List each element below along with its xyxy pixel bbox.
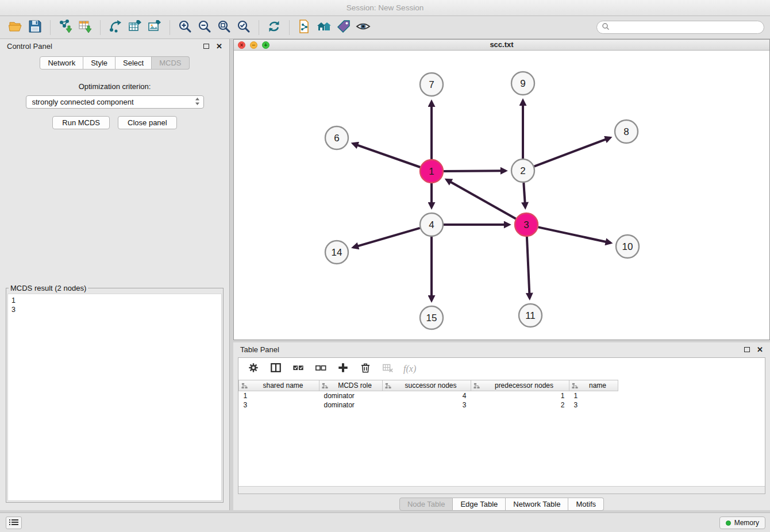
show-columns-button[interactable]	[269, 362, 283, 376]
network-graph[interactable]: 7968124314101511	[234, 51, 769, 340]
mcds-result-box: MCDS result (2 nodes) 13	[6, 284, 224, 503]
graph-edge-2-8[interactable]	[534, 138, 610, 167]
toolbar-separator	[170, 20, 170, 35]
table-delete-icon	[382, 362, 394, 376]
table-cell[interactable]: 4	[383, 391, 471, 400]
zoom-in-button[interactable]	[175, 18, 195, 37]
float-panel-icon[interactable]	[744, 347, 750, 352]
traffic-lights: × − +	[238, 41, 270, 49]
horizontal-scrollbar[interactable]	[238, 486, 765, 494]
refresh-arrows-icon	[267, 19, 282, 36]
export-table-button[interactable]	[125, 18, 145, 37]
float-panel-icon[interactable]	[203, 44, 209, 49]
mcds-result-list[interactable]: 13	[7, 294, 222, 501]
column-label: successor nodes	[383, 381, 471, 390]
function-builder-button[interactable]: f(x)	[403, 362, 416, 376]
minimize-window-icon[interactable]: −	[250, 41, 257, 49]
table-row[interactable]: 3dominator323	[239, 400, 618, 410]
show-details-button[interactable]	[353, 18, 373, 37]
search-input[interactable]	[610, 24, 759, 32]
style-button[interactable]	[334, 18, 353, 37]
criterion-dropdown[interactable]: strongly connected component	[26, 95, 204, 109]
node-table-container: f(x) shared nameMCDS rolesuccessor nodes…	[238, 357, 765, 494]
memory-button[interactable]: Memory	[719, 516, 765, 529]
column-header-predecessor-nodes[interactable]: predecessor nodes	[471, 380, 569, 391]
show-task-history-button[interactable]	[6, 516, 22, 529]
table-settings-button[interactable]	[247, 362, 260, 376]
import-table-button[interactable]	[75, 18, 95, 37]
graph-node-label: 3	[523, 219, 529, 230]
network-canvas[interactable]: 7968124314101511	[234, 51, 769, 340]
table-cell[interactable]: 2	[471, 400, 569, 410]
table-cell[interactable]: dominator	[319, 400, 383, 410]
table-row[interactable]: 1dominator411	[239, 391, 618, 400]
table-cell[interactable]: 1	[569, 391, 618, 400]
column-header-mcds-role[interactable]: MCDS role	[319, 380, 383, 391]
close-panel-icon[interactable]: ✕	[216, 43, 222, 50]
tab-network[interactable]: Network	[40, 56, 83, 70]
graph-node-label: 15	[426, 313, 437, 323]
table-cell[interactable]: 3	[569, 400, 618, 410]
maximize-window-icon[interactable]: +	[262, 41, 270, 49]
zoom-fit-icon	[217, 19, 232, 36]
zoom-out-button[interactable]	[195, 18, 214, 37]
close-panel-icon[interactable]: ✕	[757, 346, 763, 353]
zoom-fit-button[interactable]	[214, 18, 234, 37]
table-cell[interactable]: dominator	[319, 391, 383, 400]
delete-column-button[interactable]	[359, 362, 372, 376]
column-header-name[interactable]: name	[569, 380, 618, 391]
table-tabs: Node Table Edge Table Network Table Moti…	[233, 498, 770, 511]
graph-node-label: 8	[623, 126, 629, 137]
graph-edge-4-14[interactable]	[353, 228, 420, 248]
column-header-shared-name[interactable]: shared name	[239, 380, 319, 391]
tab-mcds[interactable]: MCDS	[152, 56, 189, 70]
select-all-columns-button[interactable]	[291, 362, 305, 376]
control-panel-header: Control Panel ✕	[0, 39, 229, 53]
graph-edge-1-2[interactable]	[444, 171, 506, 171]
graph-edge-2-3[interactable]	[523, 183, 525, 207]
graph-edge-1-6[interactable]	[353, 144, 420, 167]
tab-style[interactable]: Style	[83, 56, 116, 70]
window-titlebar: Session: New Session	[0, 0, 770, 16]
export-network-button[interactable]	[106, 18, 125, 37]
tab-node-table[interactable]: Node Table	[399, 498, 453, 511]
search-box[interactable]	[596, 21, 764, 34]
table-cell[interactable]: 3	[383, 400, 471, 410]
zoom-selected-button[interactable]	[234, 18, 253, 37]
network-from-view-button[interactable]	[295, 18, 314, 37]
table-cell[interactable]: 1	[471, 391, 569, 400]
column-tree-icon	[572, 383, 578, 391]
zoom-in-icon	[178, 19, 192, 36]
create-column-button[interactable]	[336, 362, 350, 376]
close-panel-button[interactable]: Close panel	[118, 116, 177, 129]
open-folder-icon	[8, 19, 23, 36]
paint-brush-icon	[336, 19, 351, 36]
mcds-result-line: 3	[11, 305, 218, 314]
delete-table-button[interactable]	[381, 362, 395, 376]
graph-edge-3-1[interactable]	[446, 180, 516, 219]
close-window-icon[interactable]: ×	[238, 41, 245, 49]
tab-network-table[interactable]: Network Table	[506, 498, 568, 511]
graph-edge-3-10[interactable]	[538, 227, 611, 242]
tab-motifs[interactable]: Motifs	[568, 498, 604, 511]
unchecked-boxes-icon	[315, 362, 326, 376]
save-session-button[interactable]	[25, 18, 45, 37]
column-header-successor-nodes[interactable]: successor nodes	[383, 380, 471, 391]
table-cell[interactable]: 1	[239, 391, 319, 400]
deselect-all-columns-button[interactable]	[314, 362, 328, 376]
export-image-button[interactable]	[145, 18, 164, 37]
graph-node-label: 6	[334, 133, 339, 144]
tab-edge-table[interactable]: Edge Table	[453, 498, 506, 511]
run-mcds-button[interactable]: Run MCDS	[52, 116, 110, 129]
network-window-title: scc.txt	[490, 40, 513, 49]
open-session-button[interactable]	[6, 18, 25, 37]
network-window-titlebar: × − + scc.txt	[234, 40, 769, 51]
column-label: predecessor nodes	[471, 381, 569, 390]
import-network-button[interactable]	[56, 18, 75, 37]
graph-node-label: 11	[525, 310, 536, 321]
apply-layout-button[interactable]	[264, 18, 284, 37]
table-cell[interactable]: 3	[239, 400, 319, 410]
graph-edge-3-11[interactable]	[527, 237, 530, 298]
tab-select[interactable]: Select	[116, 56, 152, 70]
home-button[interactable]	[314, 18, 334, 37]
